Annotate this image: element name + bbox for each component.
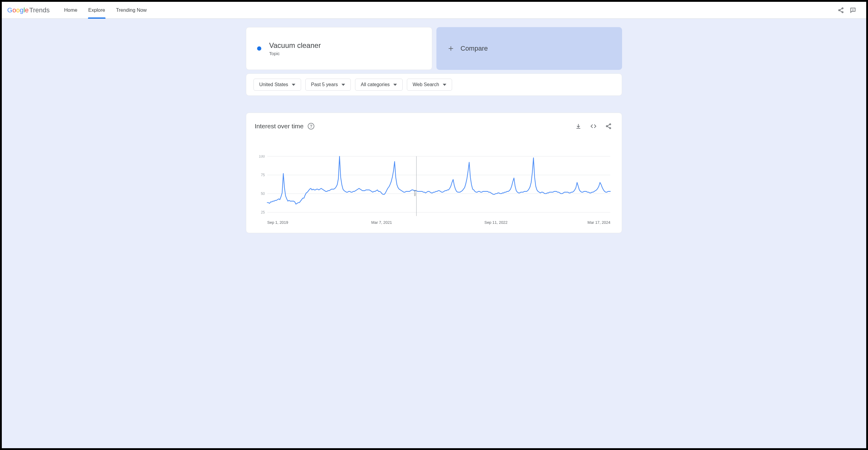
filter-time[interactable]: Past 5 years [305,78,351,91]
chevron-down-icon [393,84,397,86]
share-icon[interactable] [835,4,847,16]
main-nav: Home Explore Trending Now [64,2,147,19]
chart-header: Interest over time ? [255,121,613,131]
filter-search-type[interactable]: Web Search [407,78,452,91]
search-term-type: Topic [269,51,321,56]
svg-line-15 [607,127,610,128]
tab-home[interactable]: Home [64,2,78,19]
svg-point-12 [606,126,607,127]
download-icon[interactable] [574,121,583,131]
filter-geo[interactable]: United States [253,78,301,91]
tab-home-label: Home [64,7,78,13]
svg-text:Sep 1, 2019: Sep 1, 2019 [267,220,288,225]
svg-point-13 [610,127,611,129]
page-body: Vacuum cleaner Topic Compare United Stat… [2,19,866,448]
plus-icon [447,45,455,52]
svg-line-14 [607,125,610,126]
chevron-down-icon [443,84,446,86]
filters-bar: United States Past 5 years All categorie… [246,73,622,96]
svg-line-4 [840,10,842,12]
chevron-down-icon [341,84,345,86]
chart-area: 255075100NoteSep 1, 2019Mar 7, 2021Sep 1… [255,155,613,227]
interest-over-time-card: Interest over time ? [246,112,622,233]
svg-point-6 [853,10,853,10]
series-color-dot [257,46,261,51]
line-chart: 255075100NoteSep 1, 2019Mar 7, 2021Sep 1… [255,155,613,227]
svg-point-11 [610,124,611,125]
filter-category-label: All categories [361,82,390,87]
tab-trending[interactable]: Trending Now [116,2,147,19]
logo-product: Trends [29,6,50,14]
svg-point-1 [838,9,840,10]
svg-text:75: 75 [261,173,265,177]
chart-actions [574,121,613,131]
search-term: Vacuum cleaner [269,41,321,50]
svg-text:100: 100 [259,155,265,158]
filter-category[interactable]: All categories [355,78,403,91]
compare-label: Compare [461,44,488,53]
svg-line-3 [840,8,842,10]
svg-text:25: 25 [261,210,265,215]
filter-search-type-label: Web Search [412,82,439,87]
tab-explore-label: Explore [88,7,105,13]
logo[interactable]: GoogleTrends [7,6,50,14]
svg-text:50: 50 [261,192,265,196]
feedback-icon[interactable] [847,4,859,16]
help-icon[interactable]: ? [308,123,314,130]
chevron-down-icon [292,84,296,86]
svg-text:Sep 11, 2022: Sep 11, 2022 [484,220,507,225]
filter-time-label: Past 5 years [311,82,338,87]
tab-explore[interactable]: Explore [88,2,105,19]
chart-title: Interest over time [255,123,304,130]
svg-point-2 [842,11,843,13]
svg-text:Mar 17, 2024: Mar 17, 2024 [587,220,610,225]
search-term-card[interactable]: Vacuum cleaner Topic [246,27,432,70]
query-compare-row: Vacuum cleaner Topic Compare [246,27,622,70]
share-chart-icon[interactable] [604,121,613,131]
svg-text:Mar 7, 2021: Mar 7, 2021 [371,220,392,225]
app-header: GoogleTrends Home Explore Trending Now [2,2,866,19]
svg-point-0 [842,7,843,9]
embed-icon[interactable] [589,121,598,131]
filter-geo-label: United States [259,82,288,87]
tab-trending-label: Trending Now [116,7,147,13]
add-compare-button[interactable]: Compare [436,27,622,70]
svg-text:Note: Note [413,190,417,196]
